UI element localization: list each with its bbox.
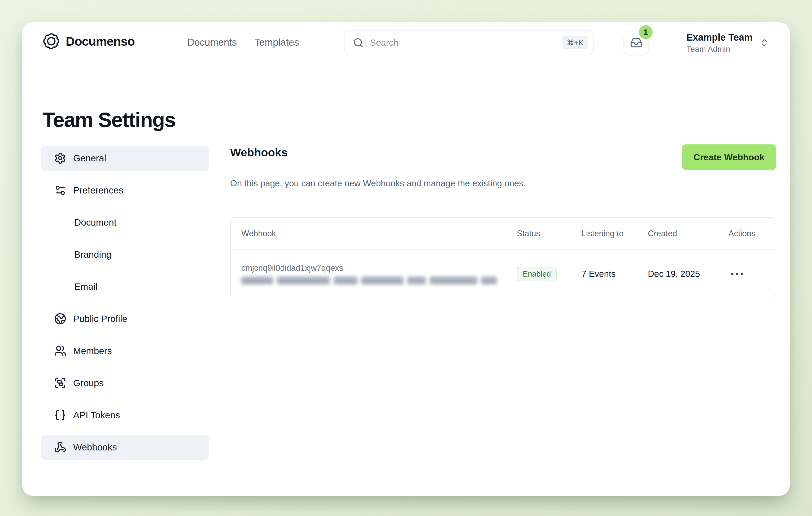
globe-icon	[54, 313, 66, 325]
team-role: Team Admin	[687, 45, 730, 54]
sidebar-item-label: Email	[74, 281, 97, 292]
brand[interactable]: Documenso	[42, 32, 135, 50]
settings-sidebar: General Preferences Document Branding Em…	[41, 146, 209, 460]
webhook-url-redacted	[241, 277, 506, 284]
sidebar-item-label: API Tokens	[73, 410, 120, 420]
column-header-webhook: Webhook	[231, 228, 506, 239]
header: Documenso Documents Templates ⌘+K 1 Exam…	[22, 22, 790, 86]
inbox-count-badge: 1	[639, 25, 652, 39]
webhooks-panel: Webhooks Create Webhook On this page, yo…	[230, 144, 776, 298]
gear-icon	[54, 152, 66, 164]
app-window: Documenso Documents Templates ⌘+K 1 Exam…	[22, 22, 790, 496]
table-row: cmjcnq9il0didad1xjw7qqexs Enabled 7 Even…	[231, 250, 776, 298]
section-description: On this page, you can create new Webhook…	[230, 179, 776, 188]
status-badge: Enabled	[517, 267, 557, 281]
documenso-logo-icon	[42, 32, 60, 50]
sidebar-item-api-tokens[interactable]: API Tokens	[41, 403, 209, 428]
nav-documents[interactable]: Documents	[187, 37, 237, 48]
sidebar-item-groups[interactable]: Groups	[41, 371, 209, 396]
webhook-icon	[54, 441, 66, 453]
sidebar-item-email[interactable]: Email	[41, 274, 209, 299]
create-webhook-button[interactable]: Create Webhook	[682, 144, 776, 170]
nav-templates[interactable]: Templates	[254, 37, 299, 48]
sidebar-item-label: Webhooks	[73, 442, 117, 453]
sidebar-item-label: Public Profile	[73, 314, 127, 324]
sidebar-item-public-profile[interactable]: Public Profile	[41, 306, 209, 331]
sidebar-item-webhooks[interactable]: Webhooks	[41, 435, 209, 460]
column-header-listening-to: Listening to	[571, 228, 627, 239]
group-icon	[54, 377, 66, 389]
column-header-status: Status	[506, 228, 571, 239]
webhooks-table: Webhook Status Listening to Created Acti…	[230, 217, 776, 298]
inbox-icon	[630, 37, 642, 49]
webhook-id: cmjcnq9il0didad1xjw7qqexs	[241, 263, 506, 273]
inbox-button[interactable]: 1	[624, 30, 649, 55]
search-input[interactable]	[369, 37, 556, 48]
listening-to-value: 7 Events	[571, 269, 637, 279]
sidebar-item-label: Groups	[73, 378, 104, 388]
sidebar-item-label: Preferences	[73, 185, 123, 196]
section-title: Webhooks	[230, 146, 288, 159]
primary-nav: Documents Templates	[187, 22, 299, 63]
braces-icon	[54, 409, 66, 421]
chevrons-up-down-icon	[759, 38, 769, 48]
search-shortcut-badge: ⌘+K	[562, 36, 588, 49]
sidebar-item-label: Members	[73, 346, 112, 356]
users-icon	[54, 345, 66, 357]
table-header-row: Webhook Status Listening to Created Acti…	[231, 218, 776, 250]
sidebar-item-label: Document	[74, 217, 117, 228]
sidebar-item-label: Branding	[74, 249, 111, 260]
sidebar-item-branding[interactable]: Branding	[41, 242, 209, 267]
created-value: Dec 19, 2025	[637, 269, 718, 279]
column-header-actions: Actions	[718, 228, 776, 239]
search-bar[interactable]: ⌘+K	[344, 30, 594, 55]
webhook-actions-button[interactable]	[728, 270, 746, 278]
sidebar-item-document[interactable]: Document	[41, 210, 209, 235]
search-icon	[353, 37, 364, 48]
brand-name: Documenso	[66, 34, 135, 49]
team-switcher[interactable]: Example Team Team Admin	[687, 32, 769, 54]
team-name: Example Team	[687, 32, 753, 43]
sidebar-item-general[interactable]: General	[41, 146, 209, 171]
page-title: Team Settings	[42, 108, 175, 132]
divider	[230, 204, 776, 205]
sidebar-item-members[interactable]: Members	[41, 338, 209, 363]
sliders-icon	[54, 184, 66, 196]
sidebar-item-label: General	[73, 153, 106, 163]
sidebar-item-preferences[interactable]: Preferences	[41, 178, 209, 203]
column-header-created: Created	[637, 228, 718, 239]
